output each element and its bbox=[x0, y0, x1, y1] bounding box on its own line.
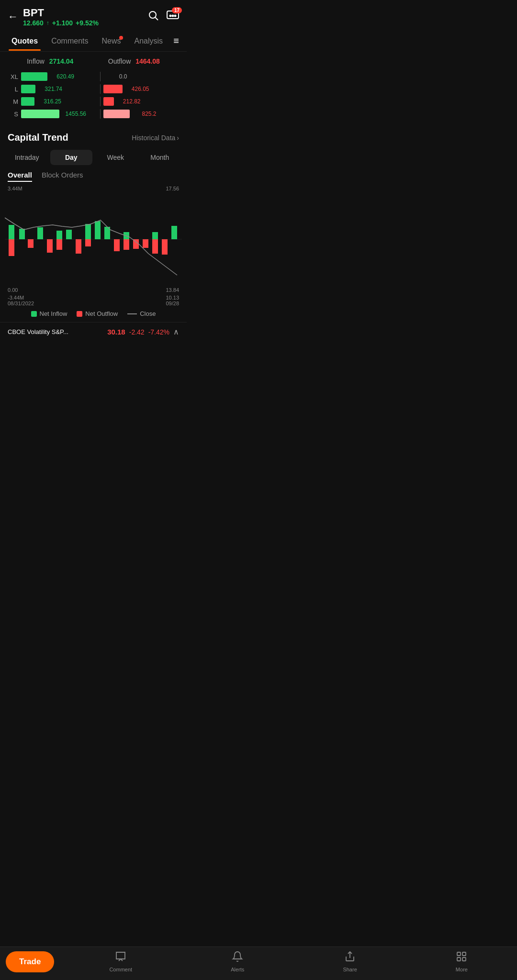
bar-green-xl: 620.49 bbox=[21, 72, 97, 81]
search-icon[interactable] bbox=[147, 10, 159, 24]
svg-rect-18 bbox=[9, 239, 14, 256]
svg-rect-29 bbox=[162, 239, 168, 255]
bar-green-val-m: 316.25 bbox=[37, 98, 61, 105]
bar-row-s: S 1455.56 825.2 bbox=[8, 109, 179, 119]
capital-trend-header: Capital Trend Historical Data › bbox=[0, 127, 187, 146]
chart-svg bbox=[5, 191, 182, 287]
tab-quotes[interactable]: Quotes bbox=[5, 32, 45, 50]
y-axis-top-right: 17.56 bbox=[166, 186, 179, 191]
bar-green-val-l: 321.74 bbox=[38, 86, 62, 92]
svg-point-3 bbox=[172, 15, 174, 17]
chart-tab-overall[interactable]: Overall bbox=[8, 171, 32, 182]
legend-outflow-label: Net Outflow bbox=[85, 310, 118, 317]
bar-red-val-s: 825.2 bbox=[133, 111, 157, 117]
tab-menu-button[interactable]: ≡ bbox=[170, 31, 182, 51]
legend-net-inflow: Net Inflow bbox=[31, 310, 67, 317]
period-day[interactable]: Day bbox=[50, 150, 93, 165]
inflow-section: Inflow 2714.04 bbox=[27, 57, 73, 65]
bar-row-l: L 321.74 426.05 bbox=[8, 84, 179, 94]
bars-table: XL 620.49 0.0 L 321.74 426.05 M 316.25 bbox=[0, 67, 187, 127]
outflow-value: 1464.08 bbox=[135, 57, 160, 65]
chart-tab-block-orders[interactable]: Block Orders bbox=[42, 171, 83, 182]
svg-point-0 bbox=[149, 11, 156, 18]
bar-green-val-s: 1455.56 bbox=[62, 111, 86, 117]
chart-legend: Net Inflow Net Outflow Close bbox=[0, 306, 187, 322]
tab-comments[interactable]: Comments bbox=[45, 32, 95, 50]
bar-red-val-m: 212.82 bbox=[117, 98, 141, 105]
price-change-pct: +9.52% bbox=[76, 19, 99, 27]
bar-row-xl: XL 620.49 0.0 bbox=[8, 72, 179, 81]
news-notification-dot bbox=[119, 36, 123, 40]
price-arrow-icon: ↑ bbox=[46, 20, 49, 26]
back-button[interactable]: ← bbox=[8, 11, 18, 23]
bar-row-m: M 316.25 212.82 bbox=[8, 97, 179, 106]
svg-rect-25 bbox=[124, 239, 129, 250]
chat-button[interactable]: 17 bbox=[167, 10, 179, 23]
bar-green-fill-s bbox=[21, 110, 59, 118]
svg-rect-13 bbox=[95, 221, 101, 239]
bar-green-m: 316.25 bbox=[21, 97, 97, 106]
price-row: 12.660 ↑ +1.100 +9.52% bbox=[23, 19, 99, 27]
svg-rect-10 bbox=[56, 231, 62, 239]
stock-ticker: BPT bbox=[23, 7, 99, 19]
bar-green-s: 1455.56 bbox=[21, 110, 97, 118]
bar-label-l: L bbox=[8, 86, 18, 93]
bar-red-fill-l bbox=[103, 85, 123, 93]
inflow-value: 2714.04 bbox=[49, 57, 74, 65]
legend-close-icon bbox=[127, 313, 137, 314]
bar-red-m: 212.82 bbox=[103, 97, 180, 106]
historical-data-link[interactable]: Historical Data › bbox=[132, 134, 179, 142]
svg-rect-24 bbox=[114, 239, 120, 251]
volatility-chevron-icon: ∧ bbox=[173, 327, 179, 336]
period-intraday[interactable]: Intraday bbox=[6, 150, 48, 165]
bar-pink-fill-s bbox=[103, 110, 130, 118]
header: ← BPT 12.660 ↑ +1.100 +9.52% 17 bbox=[0, 0, 187, 31]
divider-m bbox=[100, 97, 101, 106]
capital-trend-title: Capital Trend bbox=[8, 132, 68, 143]
bar-label-s: S bbox=[8, 111, 18, 118]
svg-rect-9 bbox=[37, 227, 43, 239]
bar-label-xl: XL bbox=[8, 73, 18, 80]
nav-tabs: Quotes Comments News Analysis ≡ bbox=[0, 31, 187, 52]
svg-line-1 bbox=[156, 18, 158, 21]
header-right: 17 bbox=[147, 10, 179, 24]
volatility-values: 30.18 -2.42 -7.42% ∧ bbox=[102, 327, 179, 336]
bar-green-fill-m bbox=[21, 97, 34, 106]
y-axis-mid-right: 13.84 bbox=[166, 287, 179, 293]
chart-container: 3.44M 17.56 0.00 13.84 bbox=[5, 186, 182, 306]
divider-xl bbox=[100, 72, 101, 81]
chart-date-end: 09/28 bbox=[166, 301, 179, 306]
divider-s bbox=[100, 109, 101, 119]
svg-rect-27 bbox=[143, 239, 148, 248]
svg-rect-23 bbox=[85, 239, 91, 246]
svg-rect-8 bbox=[19, 229, 25, 239]
divider-l bbox=[100, 84, 101, 94]
legend-outflow-icon bbox=[77, 311, 82, 317]
stock-info: BPT 12.660 ↑ +1.100 +9.52% bbox=[23, 7, 99, 27]
inflow-label: Inflow bbox=[27, 57, 45, 65]
bar-red-l: 426.05 bbox=[103, 85, 180, 93]
tab-news[interactable]: News bbox=[95, 32, 127, 50]
bar-red-xl: 0.0 bbox=[103, 73, 180, 80]
tab-analysis[interactable]: Analysis bbox=[128, 32, 170, 50]
bar-green-fill-xl bbox=[21, 72, 47, 81]
chat-badge: 17 bbox=[172, 7, 182, 13]
bar-red-val-l: 426.05 bbox=[125, 86, 149, 92]
svg-rect-20 bbox=[47, 239, 53, 253]
svg-rect-19 bbox=[28, 239, 34, 248]
period-week[interactable]: Week bbox=[94, 150, 137, 165]
svg-rect-28 bbox=[152, 239, 158, 254]
volatility-value: 30.18 bbox=[107, 328, 125, 336]
period-tabs: Intraday Day Week Month bbox=[0, 146, 187, 169]
bar-green-l: 321.74 bbox=[21, 85, 97, 93]
svg-rect-21 bbox=[56, 239, 62, 250]
bar-red-fill-m bbox=[103, 97, 114, 106]
legend-close-label: Close bbox=[140, 310, 156, 317]
svg-rect-12 bbox=[85, 224, 91, 239]
y-axis-top-left: 3.44M bbox=[8, 186, 22, 191]
stock-price: 12.660 bbox=[23, 19, 44, 27]
period-month[interactable]: Month bbox=[139, 150, 181, 165]
volatility-bar[interactable]: CBOE Volatility S&P... 30.18 -2.42 -7.42… bbox=[0, 322, 187, 341]
volatility-change-pct: -7.42% bbox=[148, 328, 169, 336]
bar-green-fill-l bbox=[21, 85, 35, 93]
